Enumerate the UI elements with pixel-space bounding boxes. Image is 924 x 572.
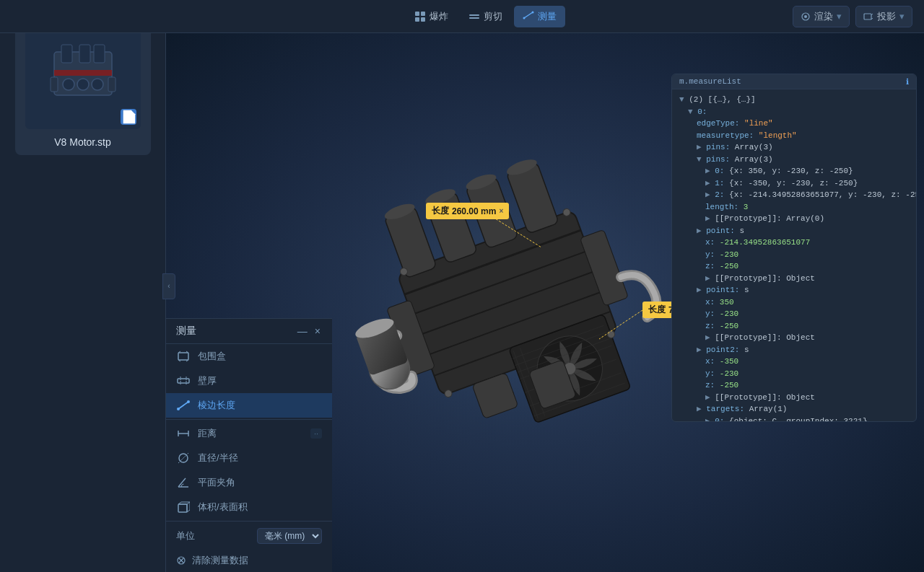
distance-badge: ··	[310, 428, 322, 439]
render-button[interactable]: 渲染 ▾	[793, 6, 850, 27]
cut-button[interactable]: 剪切	[460, 6, 511, 27]
render-icon	[801, 12, 811, 22]
debug-line-24: z: -250	[679, 379, 909, 392]
debug-line-6: ▶ 0: {x: 350, y: -230, z: -250}	[679, 165, 909, 177]
edge-length-icon	[176, 398, 191, 413]
debug-line-9: length: 3	[679, 201, 909, 214]
measure1-close[interactable]: ×	[499, 207, 503, 215]
measure-divider-2	[166, 521, 332, 522]
debug-line-20: ▶ [[Prototype]]: Object	[679, 332, 909, 344]
panel-minimize-button[interactable]: —	[296, 325, 309, 337]
debug-info-icon[interactable]: ℹ	[906, 77, 909, 87]
clear-icon	[176, 555, 186, 566]
explode-button[interactable]: 爆炸	[406, 6, 457, 27]
measure-panel-title: 测量	[176, 325, 196, 338]
projection-dropdown-arrow: ▾	[899, 11, 905, 22]
debug-line-2: edgeType: "line"	[679, 118, 909, 130]
measure-button[interactable]: 测量	[514, 6, 565, 27]
distance-item[interactable]: 距离 ··	[166, 421, 332, 446]
debug-line-26: ▶ targets: Array(1)	[679, 403, 909, 415]
top-toolbar: 爆炸 剪切 测量 渲染 ▾	[0, 0, 924, 33]
toolbar-center: 爆炸 剪切 测量	[406, 6, 565, 27]
debug-line-3: measuretype: "length"	[679, 130, 909, 142]
svg-point-75	[187, 400, 190, 403]
toolbar-right: 渲染 ▾ 投影 ▾	[793, 6, 912, 27]
svg-rect-70	[178, 379, 189, 383]
debug-line-16: ▶ point1: s	[679, 284, 909, 296]
diameter-label: 直径/半径	[198, 452, 238, 465]
panel-close-button[interactable]: ×	[313, 325, 322, 337]
measure2-label: 长度	[648, 304, 666, 316]
svg-rect-83	[178, 504, 187, 512]
svg-point-9	[804, 15, 807, 18]
panel-collapse-button[interactable]: ‹	[162, 273, 175, 299]
bounding-box-icon	[176, 349, 191, 364]
unit-row: 单位 毫米 (mm) 厘米 (cm) 米 (m) 英寸 (in)	[166, 523, 332, 549]
debug-header: m.measureList ℹ	[672, 74, 916, 89]
debug-line-4: ▶ pins: Array(3)	[679, 141, 909, 154]
svg-line-73	[178, 402, 188, 409]
debug-line-11: ▶ point: s	[679, 225, 909, 237]
svg-rect-1	[421, 12, 425, 16]
debug-content[interactable]: ▼ (2) [{…}, {…}] ▼ 0: edgeType: "line" m…	[672, 89, 916, 421]
svg-point-18	[63, 79, 74, 90]
debug-line-8: ▶ 2: {x: -214.34952863651077, y: -230, z…	[679, 189, 909, 201]
svg-point-74	[177, 408, 180, 410]
angle-icon	[176, 475, 191, 490]
svg-rect-21	[51, 77, 58, 92]
clear-button[interactable]: 清除测量数据	[166, 549, 332, 572]
debug-line-25: ▶ [[Prototype]]: Object	[679, 392, 909, 404]
svg-rect-17	[54, 70, 112, 76]
projection-button[interactable]: 投影 ▾	[855, 6, 912, 27]
clear-label: 清除测量数据	[192, 554, 248, 567]
svg-rect-65	[178, 353, 188, 360]
svg-rect-0	[415, 12, 419, 16]
svg-rect-2	[415, 17, 419, 22]
svg-point-20	[92, 79, 103, 90]
svg-rect-15	[79, 45, 90, 63]
debug-line-21: ▶ point2: s	[679, 344, 909, 356]
cut-icon	[468, 11, 480, 22]
bounding-box-label: 包围盒	[198, 350, 226, 363]
file-name: V8 Motor.stp	[54, 136, 111, 148]
measure1-label: 长度	[432, 205, 449, 217]
main-viewport: 长度 260.00 mm × 长度 700.00 mm × 测量 — ×	[166, 33, 924, 572]
volume-item[interactable]: 体积/表面积	[166, 495, 332, 519]
svg-rect-16	[94, 45, 105, 63]
distance-icon	[176, 426, 191, 441]
svg-rect-14	[61, 45, 72, 63]
edge-length-item[interactable]: 棱边长度	[166, 393, 332, 418]
svg-rect-10	[864, 14, 871, 19]
wall-thickness-item[interactable]: 壁厚	[166, 369, 332, 393]
diameter-item[interactable]: 直径/半径	[166, 446, 332, 470]
angle-item[interactable]: 平面夹角	[166, 470, 332, 495]
projection-icon	[863, 12, 873, 22]
unit-label: 单位	[176, 529, 195, 542]
svg-rect-3	[421, 17, 425, 22]
file-thumbnail	[25, 17, 141, 129]
svg-rect-4	[469, 14, 479, 16]
edge-length-label: 棱边长度	[198, 399, 235, 412]
svg-line-80	[178, 453, 188, 463]
volume-icon	[176, 500, 191, 514]
bounding-box-item[interactable]: 包围盒	[166, 344, 332, 369]
debug-line-14: z: -250	[679, 260, 909, 273]
unit-select[interactable]: 毫米 (mm) 厘米 (cm) 米 (m) 英寸 (in)	[257, 528, 322, 544]
measure-icon	[523, 11, 534, 22]
left-panel: V8 Motor.stp ‹	[0, 0, 166, 572]
measure-divider-1	[166, 419, 332, 420]
engine-thumbnail	[40, 30, 126, 117]
wall-thickness-icon	[176, 374, 191, 388]
debug-line-7: ▶ 1: {x: -350, y: -230, z: -250}	[679, 177, 909, 190]
measure-panel: 测量 — × 包围盒	[166, 318, 332, 572]
debug-line-17: x: 350	[679, 296, 909, 309]
debug-title: m.measureList	[679, 77, 741, 86]
svg-point-6	[523, 17, 525, 19]
svg-line-82	[178, 478, 186, 487]
distance-label: 距离	[198, 427, 217, 440]
svg-point-19	[77, 79, 89, 90]
volume-label: 体积/表面积	[198, 501, 248, 514]
debug-line-13: y: -230	[679, 249, 909, 261]
measurement-label-1: 长度 260.00 mm ×	[426, 203, 509, 219]
svg-rect-5	[469, 17, 479, 19]
